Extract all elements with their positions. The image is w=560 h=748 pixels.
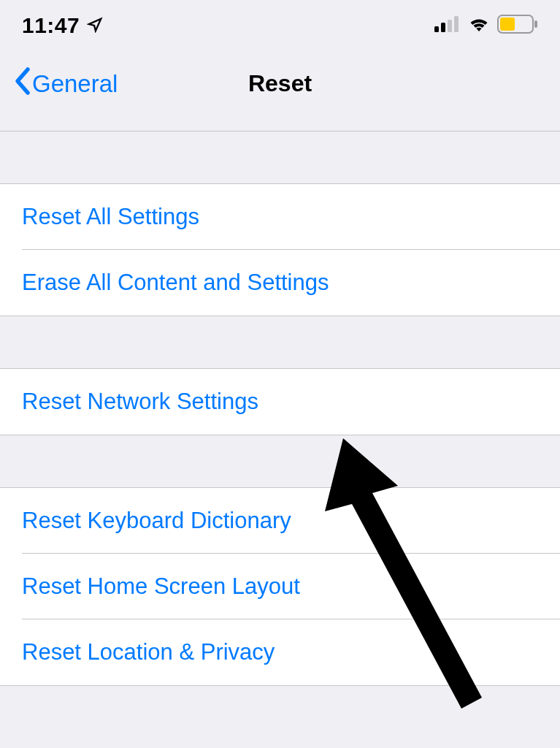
battery-icon	[497, 15, 538, 37]
section-gap	[0, 435, 560, 488]
list-group: Reset All Settings Erase All Content and…	[0, 184, 560, 316]
row-label: Reset Keyboard Dictionary	[22, 508, 291, 533]
status-right	[434, 15, 538, 37]
list-group: Reset Network Settings	[0, 369, 560, 435]
svg-rect-5	[500, 18, 515, 31]
erase-all-content-row[interactable]: Erase All Content and Settings	[0, 250, 560, 316]
svg-rect-2	[448, 20, 452, 32]
reset-location-privacy-row[interactable]: Reset Location & Privacy	[0, 619, 560, 685]
location-icon	[87, 13, 103, 38]
wifi-icon	[468, 16, 490, 35]
status-time: 11:47	[22, 13, 80, 38]
reset-keyboard-dictionary-row[interactable]: Reset Keyboard Dictionary	[0, 488, 560, 554]
page-title: Reset	[248, 70, 312, 97]
svg-rect-0	[434, 26, 439, 32]
row-label: Erase All Content and Settings	[22, 270, 329, 295]
reset-network-settings-row[interactable]: Reset Network Settings	[0, 369, 560, 435]
status-left: 11:47	[22, 13, 103, 38]
back-label: General	[32, 70, 118, 98]
row-label: Reset Location & Privacy	[22, 639, 275, 665]
row-label: Reset All Settings	[22, 204, 199, 229]
section-gap	[0, 131, 560, 184]
back-button[interactable]: General	[13, 66, 118, 102]
row-label: Reset Home Screen Layout	[22, 573, 300, 599]
chevron-left-icon	[13, 66, 31, 102]
row-label: Reset Network Settings	[22, 389, 258, 414]
navigation-bar: General Reset	[0, 51, 560, 131]
reset-home-screen-layout-row[interactable]: Reset Home Screen Layout	[0, 554, 560, 619]
cellular-signal-icon	[434, 16, 461, 35]
svg-rect-3	[454, 16, 459, 32]
section-gap	[0, 316, 560, 369]
status-bar: 11:47	[0, 0, 560, 51]
svg-rect-1	[441, 23, 445, 32]
list-group: Reset Keyboard Dictionary Reset Home Scr…	[0, 488, 560, 686]
reset-all-settings-row[interactable]: Reset All Settings	[0, 184, 560, 250]
svg-rect-6	[534, 20, 537, 28]
